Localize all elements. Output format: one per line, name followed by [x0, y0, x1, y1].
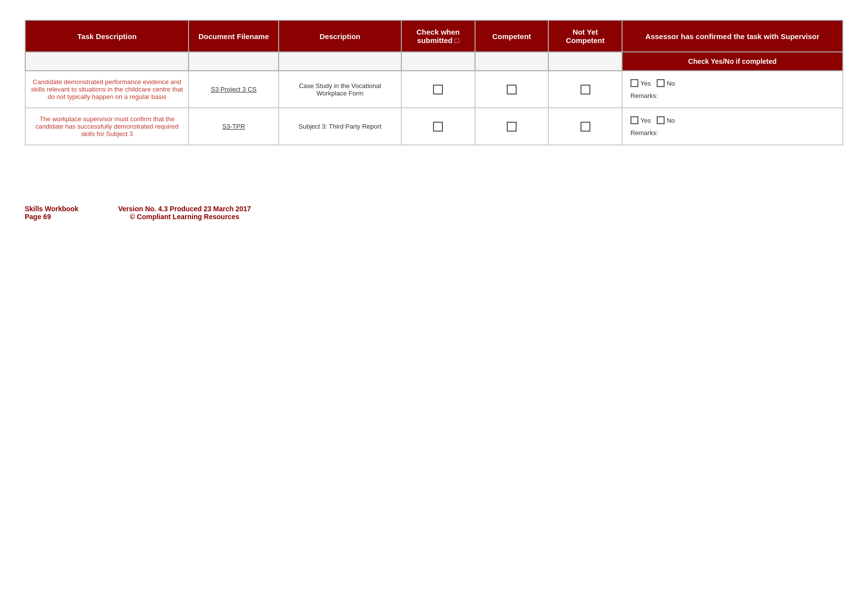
table-row: The workplace supervisor must confirm th…: [25, 108, 843, 145]
footer-right-line2: © Compliant Learning Resources: [118, 213, 251, 221]
header-row: Task Description Document Filename Descr…: [25, 20, 843, 52]
subheader-empty-4: [401, 52, 475, 71]
subheader-assessor-sub: Check Yes/No if completed: [622, 52, 843, 71]
row1-no-checkbox[interactable]: [657, 79, 665, 87]
footer-right-line1: Version No. 4.3 Produced 23 March 2017: [118, 205, 251, 213]
row2-filename-link[interactable]: S3-TPR: [222, 123, 245, 130]
header-task-description: Task Description: [25, 20, 189, 52]
row1-no-label[interactable]: No: [657, 79, 675, 87]
subheader-empty-3: [279, 52, 401, 71]
row1-yes-no-row: Yes No: [630, 79, 834, 87]
row2-document-filename[interactable]: S3-TPR: [189, 108, 279, 145]
row1-document-filename[interactable]: S3 Project 3 CS: [189, 71, 279, 108]
assessment-table: Task Description Document Filename Descr…: [25, 20, 843, 145]
row2-yes-label[interactable]: Yes: [630, 116, 651, 124]
row2-competent-checkbox[interactable]: [507, 122, 517, 132]
row1-remarks: Remarks:: [630, 92, 834, 99]
row1-filename-link[interactable]: S3 Project 3 CS: [211, 86, 257, 93]
row2-yes-no-row: Yes No: [630, 116, 834, 124]
row1-not-yet-competent[interactable]: [548, 71, 622, 108]
subheader-empty-6: [548, 52, 622, 71]
row1-assessor-cell: Yes No Remarks:: [622, 71, 843, 108]
row2-no-checkbox[interactable]: [657, 116, 665, 124]
row2-check-submitted-checkbox[interactable]: [433, 122, 443, 132]
row2-remarks: Remarks:: [630, 129, 834, 137]
row1-competent-checkbox[interactable]: [507, 85, 517, 94]
footer: Skills Workbook Page 69 Version No. 4.3 …: [25, 205, 843, 221]
row1-competent[interactable]: [475, 71, 549, 108]
subheader-empty-5: [475, 52, 549, 71]
row2-not-yet-competent[interactable]: [548, 108, 622, 145]
header-competent: Competent: [475, 20, 549, 52]
footer-right: Version No. 4.3 Produced 23 March 2017 ©…: [118, 205, 251, 221]
row2-no-label[interactable]: No: [657, 116, 675, 124]
row2-check-submitted[interactable]: [401, 108, 475, 145]
subheader-empty-2: [189, 52, 279, 71]
row2-task-description: The workplace supervisor must confirm th…: [25, 108, 189, 145]
header-assessor-confirmed: Assessor has confirmed the task with Sup…: [622, 20, 843, 52]
row2-description: Subject 3: Third Party Report: [279, 108, 401, 145]
header-description: Description: [279, 20, 401, 52]
header-document-filename: Document Filename: [189, 20, 279, 52]
footer-left-line2: Page 69: [25, 213, 79, 221]
row2-competent[interactable]: [475, 108, 549, 145]
row1-yes-checkbox[interactable]: [630, 79, 638, 87]
row1-description: Case Study in the Vocational Workplace F…: [279, 71, 401, 108]
row2-yes-checkbox[interactable]: [630, 116, 638, 124]
subheader-empty-1: [25, 52, 189, 71]
table-row: Candidate demonstrated performance evide…: [25, 71, 843, 108]
header-not-yet-competent: Not Yet Competent: [548, 20, 622, 52]
header-check-submitted: Check when submitted □: [401, 20, 475, 52]
row2-assessor-cell: Yes No Remarks:: [622, 108, 843, 145]
row1-yes-label[interactable]: Yes: [630, 79, 651, 87]
footer-left-line1: Skills Workbook: [25, 205, 79, 213]
main-content: Task Description Document Filename Descr…: [25, 20, 843, 221]
row1-check-submitted-checkbox[interactable]: [433, 85, 443, 94]
row1-check-submitted[interactable]: [401, 71, 475, 108]
row1-task-description: Candidate demonstrated performance evide…: [25, 71, 189, 108]
subheader-row: Check Yes/No if completed: [25, 52, 843, 71]
row1-nyet-checkbox[interactable]: [580, 85, 590, 94]
row2-nyet-checkbox[interactable]: [580, 122, 590, 132]
footer-left: Skills Workbook Page 69: [25, 205, 79, 221]
